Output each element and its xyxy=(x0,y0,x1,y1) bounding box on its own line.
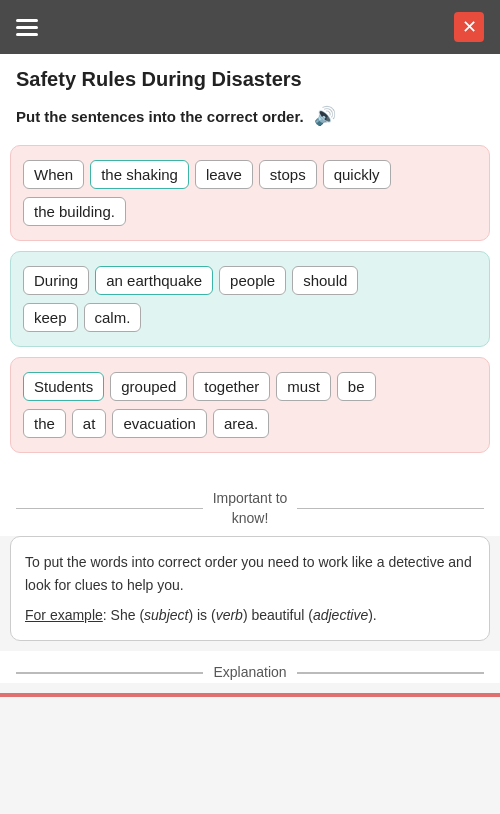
info-example-text: : She (subject) is (verb) beautiful (adj… xyxy=(103,607,377,623)
cards-area: When the shaking leave stops quickly the… xyxy=(0,137,500,471)
divider-line-right xyxy=(297,508,484,510)
token[interactable]: During xyxy=(23,266,89,295)
token-row-1b: the building. xyxy=(23,197,477,226)
divider-label: Important toknow! xyxy=(213,489,288,528)
bottom-divider-label: Explanation xyxy=(213,663,286,683)
token[interactable]: quickly xyxy=(323,160,391,189)
token[interactable]: be xyxy=(337,372,376,401)
token[interactable]: should xyxy=(292,266,358,295)
sound-icon[interactable]: 🔊 xyxy=(314,105,336,127)
token[interactable]: together xyxy=(193,372,270,401)
bottom-bar xyxy=(0,693,500,697)
info-example-label: For example xyxy=(25,607,103,623)
token[interactable]: an earthquake xyxy=(95,266,213,295)
sentence-card-2: During an earthquake people should keep … xyxy=(10,251,490,347)
token[interactable]: the shaking xyxy=(90,160,189,189)
token[interactable]: Students xyxy=(23,372,104,401)
token[interactable]: the building. xyxy=(23,197,126,226)
app-header: ✕ xyxy=(0,0,500,54)
token[interactable]: area. xyxy=(213,409,269,438)
info-box: To put the words into correct order you … xyxy=(10,536,490,641)
bottom-divider-line-left xyxy=(16,672,203,674)
sentence-card-1: When the shaking leave stops quickly the… xyxy=(10,145,490,241)
close-button[interactable]: ✕ xyxy=(454,12,484,42)
page-title: Safety Rules During Disasters xyxy=(0,54,500,95)
token-row-2: During an earthquake people should xyxy=(23,266,477,295)
instruction-row: Put the sentences into the correct order… xyxy=(0,95,500,137)
info-paragraph-2: For example: She (subject) is (verb) bea… xyxy=(25,604,475,626)
token[interactable]: leave xyxy=(195,160,253,189)
token[interactable]: at xyxy=(72,409,107,438)
token[interactable]: the xyxy=(23,409,66,438)
token[interactable]: people xyxy=(219,266,286,295)
token-row-3b: the at evacuation area. xyxy=(23,409,477,438)
token[interactable]: keep xyxy=(23,303,78,332)
bottom-divider-line-right xyxy=(297,672,484,674)
hamburger-menu-button[interactable] xyxy=(16,19,38,36)
token-row-3: Students grouped together must be xyxy=(23,372,477,401)
divider-section: Important toknow! xyxy=(0,471,500,536)
token-row-2b: keep calm. xyxy=(23,303,477,332)
token[interactable]: evacuation xyxy=(112,409,207,438)
info-paragraph-1: To put the words into correct order you … xyxy=(25,551,475,596)
instruction-text: Put the sentences into the correct order… xyxy=(16,108,304,125)
token[interactable]: calm. xyxy=(84,303,142,332)
sentence-card-3: Students grouped together must be the at… xyxy=(10,357,490,453)
token[interactable]: stops xyxy=(259,160,317,189)
token[interactable]: When xyxy=(23,160,84,189)
divider-line-left xyxy=(16,508,203,510)
token[interactable]: must xyxy=(276,372,331,401)
token[interactable]: grouped xyxy=(110,372,187,401)
bottom-divider-section: Explanation xyxy=(0,651,500,683)
token-row-1: When the shaking leave stops quickly xyxy=(23,160,477,189)
